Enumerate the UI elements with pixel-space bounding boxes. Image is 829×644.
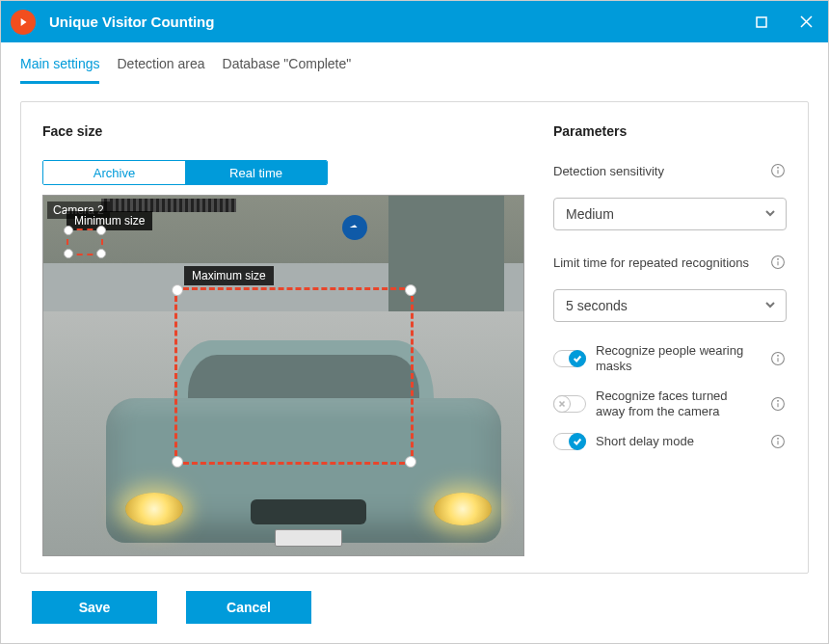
resize-handle[interactable] <box>64 226 73 235</box>
toggle-masks-label: Recognize people wearing masks <box>596 343 760 375</box>
camera-timestamp-strip <box>101 199 236 212</box>
sensitivity-label: Detection sensitivity <box>553 164 760 178</box>
resize-handle[interactable] <box>405 284 416 296</box>
archive-mode-button[interactable]: Archive <box>43 161 185 184</box>
minimum-size-label: Minimum size <box>67 211 152 230</box>
road-sign-icon <box>342 215 367 240</box>
chevron-down-icon <box>764 298 776 313</box>
maximum-size-label: Maximum size <box>184 266 274 285</box>
toggle-masks-row: Recognize people wearing masks <box>553 343 787 375</box>
face-size-section: Face size Archive Real time <box>42 123 524 551</box>
window: Unique Visitor Counting Main settings De… <box>0 0 829 644</box>
toggle-short-row: Short delay mode <box>553 433 787 450</box>
panel-wrap: Face size Archive Real time <box>1 84 828 574</box>
info-icon[interactable] <box>769 395 787 413</box>
sensitivity-row: Detection sensitivity <box>553 156 787 184</box>
resize-handle[interactable] <box>96 226 106 235</box>
resize-handle[interactable] <box>405 456 416 468</box>
minimum-size-box[interactable]: Minimum size <box>67 211 152 255</box>
footer: Save Cancel <box>1 574 828 643</box>
parameters-section: Parameters Detection sensitivity Medium <box>553 123 787 551</box>
titlebar: Unique Visitor Counting <box>1 1 828 42</box>
svg-point-6 <box>778 258 779 259</box>
svg-point-9 <box>778 356 779 357</box>
svg-rect-0 <box>757 17 766 27</box>
mode-segmented-control: Archive Real time <box>42 160 328 185</box>
resize-handle[interactable] <box>172 284 183 296</box>
resize-handle[interactable] <box>172 456 183 468</box>
tab-database[interactable]: Database "Complete" <box>223 56 352 84</box>
toggle-masks[interactable] <box>553 350 586 367</box>
minimum-size-rect[interactable] <box>67 228 103 255</box>
toggle-short-delay[interactable] <box>553 433 586 450</box>
realtime-mode-button[interactable]: Real time <box>185 161 327 184</box>
maximum-size-box[interactable]: Maximum size <box>174 287 414 465</box>
window-maximize-button[interactable] <box>739 1 784 42</box>
sensitivity-value: Medium <box>566 206 614 222</box>
parameters-title: Parameters <box>553 123 787 139</box>
camera-preview[interactable]: Camera 2 Minimum size Maximum size <box>42 195 524 556</box>
tabs: Main settings Detection area Database "C… <box>1 42 828 84</box>
resize-handle[interactable] <box>64 249 73 258</box>
tab-detection-area[interactable]: Detection area <box>117 56 204 84</box>
limit-value: 5 seconds <box>566 298 628 313</box>
main-panel: Face size Archive Real time <box>20 101 809 574</box>
limit-label: Limit time for repeated recognitions <box>553 255 760 270</box>
window-close-button[interactable] <box>784 1 828 42</box>
limit-select[interactable]: 5 seconds <box>553 289 787 322</box>
chevron-down-icon <box>764 206 776 222</box>
tab-main-settings[interactable]: Main settings <box>20 56 99 84</box>
toggle-turned-away[interactable] <box>553 395 586 413</box>
svg-point-3 <box>778 167 779 168</box>
window-title: Unique Visitor Counting <box>49 13 739 30</box>
resize-handle[interactable] <box>96 249 106 258</box>
toggle-turned-label: Recognize faces turned away from the cam… <box>596 389 760 420</box>
save-button[interactable]: Save <box>32 591 157 624</box>
info-icon[interactable] <box>769 254 787 271</box>
sensitivity-select[interactable]: Medium <box>553 198 787 230</box>
toggle-short-label: Short delay mode <box>596 434 760 449</box>
info-icon[interactable] <box>769 350 787 367</box>
svg-point-15 <box>778 438 779 439</box>
maximum-size-rect[interactable] <box>174 287 414 465</box>
app-icon <box>11 10 36 35</box>
limit-row: Limit time for repeated recognitions <box>553 248 787 276</box>
toggle-turned-row: Recognize faces turned away from the cam… <box>553 389 787 420</box>
info-icon[interactable] <box>769 433 787 450</box>
face-size-title: Face size <box>42 123 524 139</box>
cancel-button[interactable]: Cancel <box>186 591 311 624</box>
info-icon[interactable] <box>769 162 787 179</box>
svg-point-12 <box>778 400 779 401</box>
